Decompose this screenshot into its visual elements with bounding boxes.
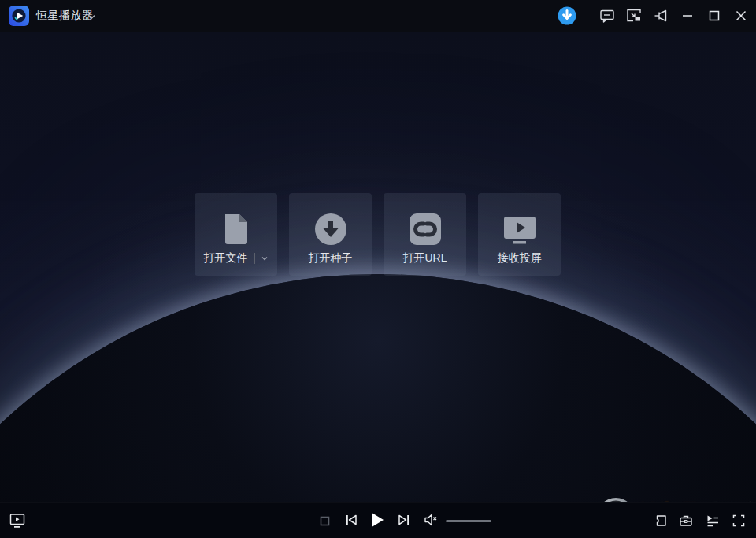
receive-cast-button[interactable]: 接收投屏 bbox=[478, 193, 561, 276]
file-icon bbox=[220, 212, 252, 250]
playback-bar bbox=[0, 502, 756, 538]
mini-mode-icon[interactable] bbox=[624, 6, 644, 26]
pin-on-top-icon[interactable] bbox=[650, 6, 671, 26]
screen-cast-icon bbox=[502, 215, 538, 250]
player-window: 恒星播放器 bbox=[0, 0, 756, 538]
stop-icon[interactable] bbox=[318, 514, 331, 527]
previous-icon[interactable] bbox=[343, 512, 359, 528]
titlebar-divider bbox=[587, 9, 587, 22]
main-area: 打开文件 打开种子 bbox=[0, 32, 756, 502]
volume-muted-icon[interactable] bbox=[423, 512, 440, 528]
chevron-down-icon[interactable] bbox=[87, 11, 96, 20]
torrent-download-icon bbox=[313, 212, 348, 250]
playlist-icon[interactable] bbox=[705, 513, 720, 528]
titlebar-right-icons bbox=[554, 0, 756, 32]
open-torrent-label: 打开种子 bbox=[309, 251, 353, 265]
chevron-down-icon[interactable] bbox=[261, 254, 269, 262]
next-icon[interactable] bbox=[396, 512, 412, 528]
open-torrent-button[interactable]: 打开种子 bbox=[289, 193, 372, 276]
volume-slider-track[interactable] bbox=[446, 520, 491, 522]
close-icon[interactable] bbox=[731, 6, 751, 26]
label-divider bbox=[254, 253, 255, 264]
planet-backdrop bbox=[0, 274, 756, 502]
open-url-label: 打开URL bbox=[402, 251, 447, 265]
feedback-chat-icon[interactable] bbox=[597, 6, 617, 26]
open-url-button[interactable]: 打开URL bbox=[384, 193, 466, 276]
play-icon[interactable] bbox=[367, 510, 387, 530]
open-file-button[interactable]: 打开文件 bbox=[195, 193, 277, 276]
volume-slider[interactable] bbox=[446, 519, 491, 522]
link-icon bbox=[408, 212, 443, 250]
maximize-icon[interactable] bbox=[704, 6, 724, 26]
receive-cast-label: 接收投屏 bbox=[498, 251, 542, 265]
minimize-icon[interactable] bbox=[677, 6, 698, 26]
download-update-icon[interactable] bbox=[557, 6, 577, 26]
toolbox-icon[interactable] bbox=[678, 513, 693, 528]
app-title: 恒星播放器 bbox=[36, 0, 94, 32]
titlebar: 恒星播放器 bbox=[0, 0, 756, 32]
puzzle-icon[interactable] bbox=[653, 513, 668, 528]
fullscreen-icon[interactable] bbox=[731, 513, 746, 528]
open-file-label-row: 打开文件 bbox=[195, 251, 277, 265]
app-logo-icon bbox=[9, 6, 29, 26]
media-monitor-icon[interactable] bbox=[8, 511, 27, 530]
open-actions: 打开文件 打开种子 bbox=[195, 193, 561, 276]
open-file-label: 打开文件 bbox=[204, 251, 248, 265]
